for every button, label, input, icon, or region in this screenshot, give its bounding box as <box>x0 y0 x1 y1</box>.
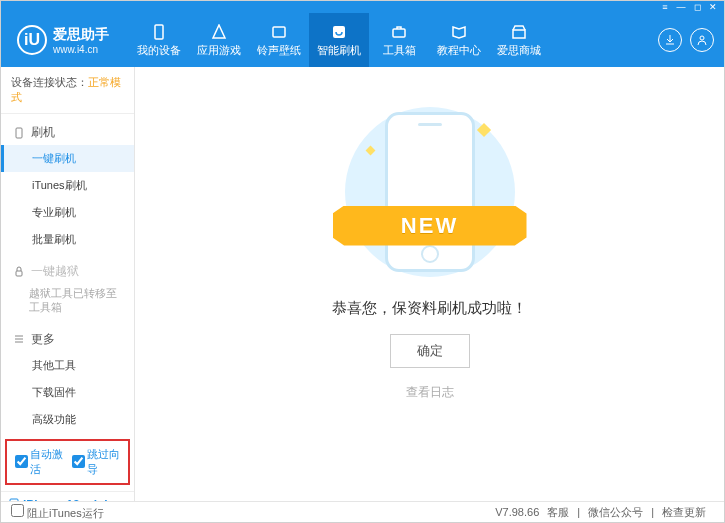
confirm-button[interactable]: 确定 <box>390 334 470 368</box>
footer: 阻止iTunes运行 V7.98.66 客服 | 微信公众号 | 检查更新 <box>1 501 724 522</box>
brand-url: www.i4.cn <box>53 44 109 55</box>
block-itunes-checkbox[interactable]: 阻止iTunes运行 <box>11 504 104 521</box>
wallpaper-icon <box>270 23 288 41</box>
brand-name: 爱思助手 <box>53 26 109 44</box>
nav-ringtones[interactable]: 铃声壁纸 <box>249 13 309 67</box>
maximize-icon[interactable]: ◻ <box>692 2 702 12</box>
sidebar-head-jailbreak: 一键越狱 <box>1 259 134 284</box>
auto-activate-checkbox[interactable]: 自动激活 <box>15 447 64 477</box>
sidebar-item-batch-flash[interactable]: 批量刷机 <box>1 226 134 253</box>
sidebar-head-more[interactable]: 更多 <box>1 327 134 352</box>
window-controls: ≡ — ◻ ✕ <box>1 1 724 13</box>
store-icon <box>510 23 528 41</box>
sidebar-item-other-tools[interactable]: 其他工具 <box>1 352 134 379</box>
new-ribbon: NEW <box>333 206 527 246</box>
nav-label: 教程中心 <box>437 43 481 58</box>
sidebar-item-advanced[interactable]: 高级功能 <box>1 406 134 433</box>
sidebar-checkboxes: 自动激活 跳过向导 <box>5 439 130 485</box>
logo-icon: iU <box>17 25 47 55</box>
close-icon[interactable]: ✕ <box>708 2 718 12</box>
logo: iU 爱思助手 www.i4.cn <box>1 25 125 55</box>
nav-label: 铃声壁纸 <box>257 43 301 58</box>
svg-rect-6 <box>16 128 22 138</box>
flash-icon <box>330 23 348 41</box>
svg-rect-2 <box>333 26 345 38</box>
download-button[interactable] <box>658 28 682 52</box>
svg-rect-3 <box>393 29 405 37</box>
sidebar-item-pro-flash[interactable]: 专业刷机 <box>1 199 134 226</box>
sidebar-head-flash[interactable]: 刷机 <box>1 120 134 145</box>
success-message: 恭喜您，保资料刷机成功啦！ <box>332 299 527 318</box>
book-icon <box>450 23 468 41</box>
main-content: NEW 恭喜您，保资料刷机成功啦！ 确定 查看日志 <box>135 67 724 503</box>
svg-rect-0 <box>155 25 163 39</box>
version-label: V7.98.66 <box>495 506 539 518</box>
skip-wizard-checkbox[interactable]: 跳过向导 <box>72 447 121 477</box>
minimize-icon[interactable]: — <box>676 2 686 12</box>
footer-link-support[interactable]: 客服 <box>547 505 569 520</box>
nav-apps-games[interactable]: 应用游戏 <box>189 13 249 67</box>
nav-flash[interactable]: 智能刷机 <box>309 13 369 67</box>
svg-rect-1 <box>273 27 285 37</box>
nav-store[interactable]: 爱思商城 <box>489 13 549 67</box>
svg-rect-4 <box>513 30 525 38</box>
footer-link-wechat[interactable]: 微信公众号 <box>588 505 643 520</box>
user-button[interactable] <box>690 28 714 52</box>
nav-my-device[interactable]: 我的设备 <box>129 13 189 67</box>
view-log-link[interactable]: 查看日志 <box>406 384 454 401</box>
apps-icon <box>210 23 228 41</box>
nav-tutorials[interactable]: 教程中心 <box>429 13 489 67</box>
phone-icon <box>150 23 168 41</box>
sidebar: 设备连接状态：正常模式 刷机 一键刷机 iTunes刷机 专业刷机 批量刷机 一… <box>1 67 135 503</box>
sidebar-item-one-key-flash[interactable]: 一键刷机 <box>1 145 134 172</box>
nav-toolbox[interactable]: 工具箱 <box>369 13 429 67</box>
footer-link-update[interactable]: 检查更新 <box>662 505 706 520</box>
sidebar-item-itunes-flash[interactable]: iTunes刷机 <box>1 172 134 199</box>
nav-label: 应用游戏 <box>197 43 241 58</box>
device-status: 设备连接状态：正常模式 <box>1 67 134 114</box>
nav-label: 工具箱 <box>383 43 416 58</box>
nav-label: 我的设备 <box>137 43 181 58</box>
success-illustration: NEW <box>345 107 515 277</box>
top-nav: 我的设备 应用游戏 铃声壁纸 智能刷机 工具箱 教程中心 爱思商城 <box>129 13 549 67</box>
svg-rect-7 <box>16 271 22 276</box>
nav-label: 智能刷机 <box>317 43 361 58</box>
toolbox-icon <box>390 23 408 41</box>
menu-icon[interactable]: ≡ <box>660 2 670 12</box>
svg-point-5 <box>700 36 704 40</box>
header: iU 爱思助手 www.i4.cn 我的设备 应用游戏 铃声壁纸 智能刷机 工具… <box>1 13 724 67</box>
jailbreak-hint: 越狱工具已转移至工具箱 <box>1 284 134 321</box>
sidebar-item-download-firmware[interactable]: 下载固件 <box>1 379 134 406</box>
nav-label: 爱思商城 <box>497 43 541 58</box>
